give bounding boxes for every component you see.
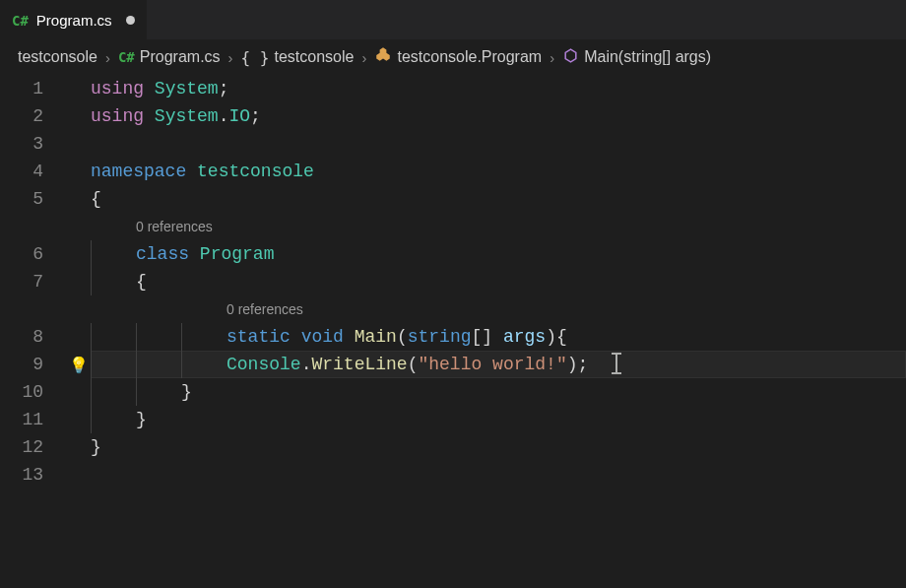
breadcrumb-item-project[interactable]: testconsole <box>18 48 97 66</box>
code-line <box>91 130 906 158</box>
method-icon <box>562 47 579 68</box>
line-number: 5 <box>0 185 43 213</box>
line-number: 9 <box>0 351 43 378</box>
codelens[interactable]: 0 references <box>91 213 906 240</box>
breadcrumb-item-file[interactable]: C# Program.cs <box>118 48 221 66</box>
breadcrumb-label: Program.cs <box>140 48 221 66</box>
chevron-right-icon: › <box>228 49 233 66</box>
code-line <box>91 461 906 489</box>
code-line: } <box>91 433 906 461</box>
tab-bar: C# Program.cs <box>0 0 906 39</box>
line-number-gutter: 1 2 3 4 5 6 7 8 9 10 11 12 13 <box>0 75 67 489</box>
code-line-active: Console.WriteLine("hello world!"); <box>91 351 906 378</box>
chevron-right-icon: › <box>105 49 110 66</box>
breadcrumb-label: testconsole <box>18 48 97 66</box>
code-line: namespace testconsole <box>91 158 906 185</box>
line-number: 1 <box>0 75 43 102</box>
lightbulb-icon[interactable]: 💡 <box>69 353 89 380</box>
breadcrumb-label: testconsole.Program <box>397 48 542 66</box>
code-line: { <box>91 268 906 295</box>
line-number: 4 <box>0 158 43 185</box>
line-number: 2 <box>0 102 43 130</box>
namespace-icon: { } <box>241 48 270 67</box>
csharp-icon: C# <box>118 49 135 65</box>
line-number-blank <box>0 295 43 323</box>
line-number: 11 <box>0 406 43 433</box>
editor-tab[interactable]: C# Program.cs <box>0 0 147 39</box>
breadcrumb-label: Main(string[] args) <box>584 48 711 66</box>
code-line: using System.IO; <box>91 102 906 130</box>
breadcrumb-item-namespace[interactable]: { } testconsole <box>241 48 355 67</box>
line-number: 13 <box>0 461 43 489</box>
code-line: class Program <box>91 240 906 268</box>
code-content[interactable]: using System; using System.IO; namespace… <box>91 75 906 489</box>
class-icon <box>374 46 392 68</box>
code-line: } <box>91 378 906 406</box>
text-cursor-icon <box>615 353 617 374</box>
line-number: 12 <box>0 433 43 461</box>
code-line: using System; <box>91 75 906 102</box>
line-number: 10 <box>0 378 43 406</box>
line-number-blank <box>0 213 43 240</box>
line-number: 6 <box>0 240 43 268</box>
chevron-right-icon: › <box>361 49 366 66</box>
breadcrumb-item-method[interactable]: Main(string[] args) <box>562 47 711 68</box>
code-line: } <box>91 406 906 433</box>
code-editor[interactable]: 1 2 3 4 5 6 7 8 9 10 11 12 13 💡 using Sy… <box>0 75 906 489</box>
codelens[interactable]: 0 references <box>91 295 906 323</box>
csharp-icon: C# <box>12 13 29 29</box>
line-number: 8 <box>0 323 43 351</box>
tab-filename: Program.cs <box>36 12 112 29</box>
modified-indicator-icon <box>126 16 135 25</box>
chevron-right-icon: › <box>550 49 554 66</box>
breadcrumb: testconsole › C# Program.cs › { } testco… <box>0 39 906 75</box>
glyph-margin: 💡 <box>67 75 91 489</box>
breadcrumb-label: testconsole <box>275 48 355 66</box>
code-line: static void Main(string[] args){ <box>91 323 906 351</box>
line-number: 7 <box>0 268 43 295</box>
line-number: 3 <box>0 130 43 158</box>
breadcrumb-item-class[interactable]: testconsole.Program <box>374 46 542 68</box>
code-line: { <box>91 185 906 213</box>
